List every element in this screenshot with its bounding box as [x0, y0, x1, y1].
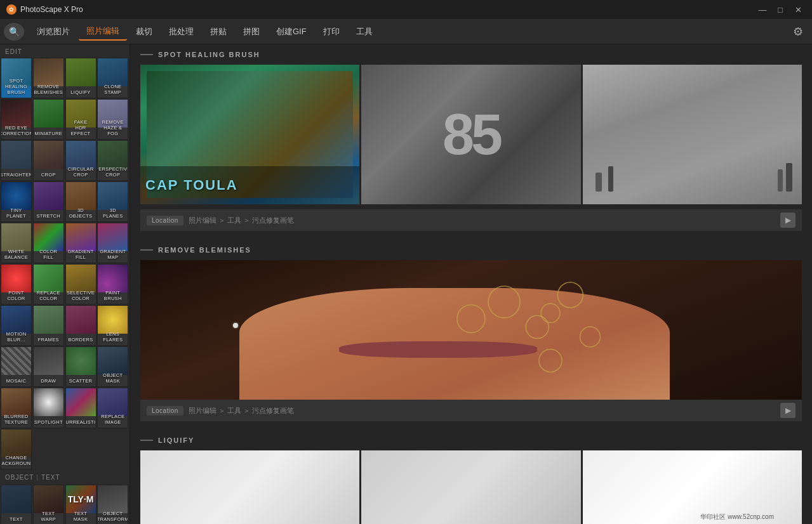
- tool-thumb-mini: [34, 100, 63, 128]
- tool-text-mask[interactable]: TLY·M TEXTMASK: [65, 485, 97, 524]
- tool-thumb-changebg: [1, 429, 31, 457]
- maximize-button[interactable]: □: [773, 3, 788, 16]
- tool-grid-bottom: TEXT TEXTWARP TLY·M TEXTMASK OBJECTTRANS…: [0, 485, 130, 524]
- tool-surrealistic[interactable]: SURREALISTIC: [65, 388, 97, 428]
- tool-scatter[interactable]: SCATTER: [65, 346, 97, 387]
- tool-label-blemish: REMOVEBLEMISHES: [34, 84, 63, 95]
- tool-label-mosaic: MOSAIC: [6, 378, 26, 384]
- tool-label-circ: CIRCULARCROP: [68, 166, 94, 178]
- tool-thumb-paint: [98, 265, 128, 292]
- tool-replace-color[interactable]: REPLACECOLOR: [33, 264, 64, 305]
- tool-thumb-circ: [66, 141, 96, 169]
- tool-blurred-texture[interactable]: BLURREDTEXTURE: [1, 388, 32, 428]
- menu-gif[interactable]: 创建GIF: [269, 23, 314, 40]
- menu-print[interactable]: 打印: [316, 23, 347, 40]
- close-button[interactable]: ✕: [790, 3, 806, 16]
- tool-perspective-crop[interactable]: PERSPECTIVECROP: [97, 140, 128, 181]
- tool-label-wb: WHITEBALANCE: [4, 249, 28, 260]
- menu-browse[interactable]: 浏览图片: [29, 23, 77, 40]
- tool-fake-hdr[interactable]: FAKEHDR EFFECT: [65, 99, 97, 140]
- tool-motion-blur[interactable]: MOTIONBLUR...: [1, 305, 32, 346]
- tool-straighten[interactable]: STRAIGHTEN: [1, 140, 32, 181]
- tool-paint-brush[interactable]: PAINTBRUSH: [97, 264, 128, 305]
- section-title-blemish: REMOVE BLEMISHES: [158, 246, 251, 254]
- tool-frames[interactable]: FRAMES: [33, 305, 64, 346]
- tool-text-warp[interactable]: TEXTWARP: [33, 485, 64, 524]
- tool-text[interactable]: TEXT: [1, 485, 32, 524]
- section-remove-blemishes: REMOVE BLEMISHES: [130, 240, 812, 430]
- tool-lens-flares[interactable]: LENSFLARES: [97, 305, 128, 346]
- tool-label-crop: CROP: [41, 172, 56, 178]
- tool-thumb-frames: [34, 306, 63, 334]
- tool-label-textwarp: TEXTWARP: [41, 511, 56, 522]
- tool-crop[interactable]: CROP: [33, 140, 64, 181]
- tool-thumb-3dobj: [66, 182, 96, 210]
- tool-point-color[interactable]: POINTCOLOR: [1, 264, 32, 305]
- tool-thumb-spotlight: [34, 388, 63, 416]
- tool-color-fill[interactable]: COLORFILL: [33, 223, 64, 263]
- section-line-blemish: [140, 249, 153, 251]
- tool-gradient-map[interactable]: GRADIENTMAP: [97, 223, 128, 263]
- tool-thumb-borders: [66, 306, 96, 334]
- tool-label-colfill: COLORFILL: [39, 249, 57, 260]
- tool-borders[interactable]: BORDERS: [65, 305, 97, 346]
- tool-clone-stamp[interactable]: CLONESTAMP: [97, 58, 128, 98]
- tool-label-motion: MOTIONBLUR...: [6, 331, 27, 343]
- tool-white-balance[interactable]: WHITEBALANCE: [1, 223, 32, 263]
- img-liquify-3: [583, 450, 802, 524]
- tool-remove-haze[interactable]: REMOVEHAZE & FOG: [97, 99, 128, 140]
- object-text-label: OBJECT | TEXT: [5, 474, 60, 481]
- tool-thumb-persp: [98, 141, 128, 169]
- img-beach: [583, 65, 802, 204]
- tool-object-transform[interactable]: OBJECTTRANSFORM: [97, 485, 128, 524]
- tool-selective-color[interactable]: SELECTIVECOLOR: [65, 264, 97, 305]
- tool-gradient-fill[interactable]: GRADIENTFILL: [65, 223, 97, 263]
- search-icon[interactable]: 🔍: [4, 23, 24, 41]
- tool-thumb-selcol: [66, 265, 96, 292]
- section-header-spot: SPOT HEALING BRUSH: [140, 51, 802, 58]
- play-btn-spot[interactable]: ▶: [780, 213, 795, 228]
- tool-thumb-scatter: [66, 347, 96, 375]
- tool-stretch[interactable]: STRETCH: [33, 181, 64, 222]
- tool-thumb-text: [1, 485, 31, 513]
- tool-3d-planes[interactable]: 3DPLANES: [97, 181, 128, 222]
- menu-batch[interactable]: 批处理: [161, 23, 201, 40]
- settings-icon[interactable]: ⚙: [788, 22, 808, 41]
- tool-thumb-repcol: [34, 265, 63, 292]
- menu-collage[interactable]: 拼贴: [203, 23, 234, 40]
- tool-spotlight[interactable]: SPOTLIGHT: [33, 388, 64, 428]
- tool-label-hdr: FAKEHDR EFFECT: [67, 119, 95, 136]
- menu-crop[interactable]: 裁切: [128, 23, 160, 40]
- tool-circular-crop[interactable]: CIRCULARCROP: [65, 140, 97, 181]
- img-liquify-2: [361, 450, 580, 524]
- tool-miniature[interactable]: MINIATURE: [33, 99, 64, 140]
- tool-change-background[interactable]: CHANGEBACKGROUND: [1, 429, 32, 469]
- menu-puzzle[interactable]: 拼图: [236, 23, 267, 40]
- menu-tools[interactable]: 工具: [349, 23, 380, 40]
- location-btn-blemish[interactable]: Location: [147, 406, 183, 416]
- tool-remove-blemishes[interactable]: REMOVEBLEMISHES: [33, 58, 64, 98]
- img-face-blemish: [140, 260, 802, 400]
- play-btn-blemish[interactable]: ▶: [780, 403, 795, 418]
- tool-thumb-objtrans: [98, 485, 128, 513]
- location-btn-spot[interactable]: Location: [147, 216, 183, 225]
- tool-liquify[interactable]: LIQUIFY: [65, 58, 97, 98]
- tool-thumb-3dplane: [98, 182, 128, 210]
- tool-label-repcol: REPLACECOLOR: [37, 290, 60, 301]
- tool-tiny-planet[interactable]: TINYPLANET: [1, 181, 32, 222]
- tool-spot-healing-brush[interactable]: SPOTHEALINGBRUSH: [1, 58, 32, 98]
- img-liquify-1: [140, 450, 359, 524]
- tool-thumb-blurred: [1, 388, 31, 416]
- minimize-button[interactable]: —: [755, 3, 770, 16]
- tool-replace-image[interactable]: REPLACEIMAGE: [97, 388, 128, 428]
- tool-mosaic[interactable]: MOSAIC: [1, 346, 32, 387]
- left-panel: EDIT SPOTHEALINGBRUSH REMOVEBLEMISHES LI…: [0, 44, 130, 524]
- tool-thumb-lens: [98, 306, 128, 334]
- tool-red-eye[interactable]: RED EYECORRECTION: [1, 99, 32, 140]
- menu-photo-edit[interactable]: 照片编辑: [79, 23, 127, 41]
- location-bar-spot: Location 照片编辑 ＞ 工具 ＞ 污点修复画笔 ▶: [140, 209, 802, 231]
- tool-label-objtrans: OBJECTTRANSFORM: [97, 511, 128, 522]
- tool-draw[interactable]: DRAW: [33, 346, 64, 387]
- tool-3d-objects[interactable]: 3DOBJECTS: [65, 181, 97, 222]
- tool-object-mask[interactable]: OBJECTMASK: [97, 346, 128, 387]
